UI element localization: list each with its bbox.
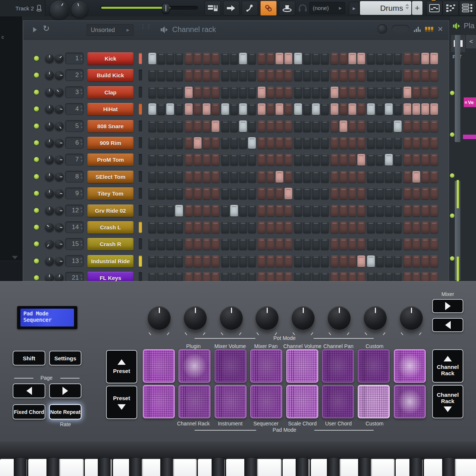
step-cell[interactable] <box>430 120 438 132</box>
step-cell[interactable] <box>175 222 183 233</box>
step-cell[interactable] <box>367 87 375 98</box>
step-cell[interactable] <box>294 188 302 199</box>
step-cell[interactable] <box>403 222 411 233</box>
playlist-scrollbar[interactable] <box>455 35 460 142</box>
step-cell[interactable] <box>340 154 347 165</box>
step-cell[interactable] <box>258 103 266 115</box>
page-left-button[interactable] <box>13 383 45 398</box>
step-cell[interactable] <box>294 103 302 115</box>
step-cell[interactable] <box>212 238 219 250</box>
step-cell[interactable] <box>331 171 338 183</box>
step-cell[interactable] <box>385 154 393 165</box>
step-cell[interactable] <box>312 188 320 199</box>
step-cell[interactable] <box>340 137 347 149</box>
browser-panel[interactable]: c <box>0 16 23 281</box>
step-cell[interactable] <box>248 120 256 132</box>
step-cell[interactable] <box>267 205 274 216</box>
channel-number-spinner[interactable] <box>81 72 82 77</box>
step-cell[interactable] <box>166 87 174 98</box>
step-cell[interactable] <box>166 222 174 233</box>
step-cell[interactable] <box>166 171 174 183</box>
step-cell[interactable] <box>331 120 338 132</box>
step-cell[interactable] <box>267 103 274 115</box>
step-cell[interactable] <box>303 205 311 216</box>
step-cell[interactable] <box>394 205 402 216</box>
step-cell[interactable] <box>166 272 174 281</box>
step-cell[interactable] <box>276 238 283 250</box>
step-cell[interactable] <box>331 238 338 250</box>
channel-mute-bar[interactable] <box>139 205 142 216</box>
step-cell[interactable] <box>348 53 356 64</box>
channel-led[interactable] <box>34 157 39 162</box>
step-cell[interactable] <box>403 255 411 267</box>
step-cell[interactable] <box>403 238 411 250</box>
piano-black-key[interactable] <box>409 458 422 476</box>
step-cell[interactable] <box>157 188 165 199</box>
step-cell[interactable] <box>230 70 238 81</box>
step-cell[interactable] <box>175 154 183 165</box>
step-cell[interactable] <box>394 272 402 281</box>
step-cell[interactable] <box>185 87 193 98</box>
headphones-icon[interactable] <box>298 4 307 12</box>
step-cell[interactable] <box>284 70 292 81</box>
step-cell[interactable] <box>166 205 174 216</box>
step-cell[interactable] <box>348 87 356 98</box>
step-cell[interactable] <box>430 255 438 267</box>
channel-rack-down-button[interactable]: Channel Rack <box>432 385 463 418</box>
step-cell[interactable] <box>430 87 438 98</box>
step-cell[interactable] <box>248 205 256 216</box>
step-cell[interactable] <box>376 87 384 98</box>
step-cell[interactable] <box>321 120 329 132</box>
step-cell[interactable] <box>348 205 356 216</box>
step-cell[interactable] <box>157 103 165 115</box>
step-cell[interactable] <box>348 103 356 115</box>
step-cell[interactable] <box>303 222 311 233</box>
step-cell[interactable] <box>221 87 229 98</box>
channel-mute-bar[interactable] <box>139 53 142 64</box>
step-cell[interactable] <box>403 154 411 165</box>
channel-rack-up-button[interactable]: Channel Rack <box>432 349 463 383</box>
step-cell[interactable] <box>239 171 247 183</box>
channel-mute-bar[interactable] <box>139 103 142 115</box>
step-cell[interactable] <box>175 53 183 64</box>
channel-led[interactable] <box>34 258 39 264</box>
channel-number-spinner[interactable] <box>81 274 82 280</box>
step-cell[interactable] <box>148 188 156 199</box>
channel-number-spinner[interactable] <box>81 139 82 145</box>
step-cell[interactable] <box>394 188 402 199</box>
step-cell[interactable] <box>385 120 393 132</box>
step-cell[interactable] <box>175 255 183 267</box>
channel-mute-bar[interactable] <box>139 272 142 281</box>
step-cell[interactable] <box>284 87 292 98</box>
step-cell[interactable] <box>430 188 438 199</box>
channel-button[interactable]: Clap <box>87 86 134 99</box>
step-cell[interactable] <box>267 238 274 250</box>
channel-display-icon[interactable] <box>425 27 433 32</box>
settings-button[interactable]: Settings <box>49 351 81 366</box>
mixer-button[interactable] <box>459 1 476 16</box>
step-cell[interactable] <box>258 255 266 267</box>
step-cell[interactable] <box>258 70 266 81</box>
channel-number-spinner[interactable] <box>81 258 82 263</box>
master-pitch-knob[interactable] <box>50 1 68 19</box>
step-cell[interactable] <box>194 171 202 183</box>
channel-pan-knob[interactable] <box>45 189 54 198</box>
step-cell[interactable] <box>185 222 193 233</box>
step-cell[interactable] <box>203 171 210 183</box>
step-cell[interactable] <box>312 70 320 81</box>
step-cell[interactable] <box>340 87 347 98</box>
step-cell[interactable] <box>185 255 193 267</box>
close-icon[interactable]: × <box>438 25 443 33</box>
step-cell[interactable] <box>357 53 365 64</box>
step-cell[interactable] <box>367 154 375 165</box>
step-cell[interactable] <box>239 120 247 132</box>
piano-white-key[interactable] <box>254 459 282 476</box>
step-cell[interactable] <box>212 137 219 149</box>
step-cell[interactable] <box>403 87 411 98</box>
step-cell[interactable] <box>357 205 365 216</box>
fixed-chord-button[interactable]: Fixed Chord <box>13 404 45 419</box>
step-cell[interactable] <box>157 154 165 165</box>
step-cell[interactable] <box>412 87 420 98</box>
channel-led[interactable] <box>34 191 39 196</box>
step-cell[interactable] <box>157 171 165 183</box>
